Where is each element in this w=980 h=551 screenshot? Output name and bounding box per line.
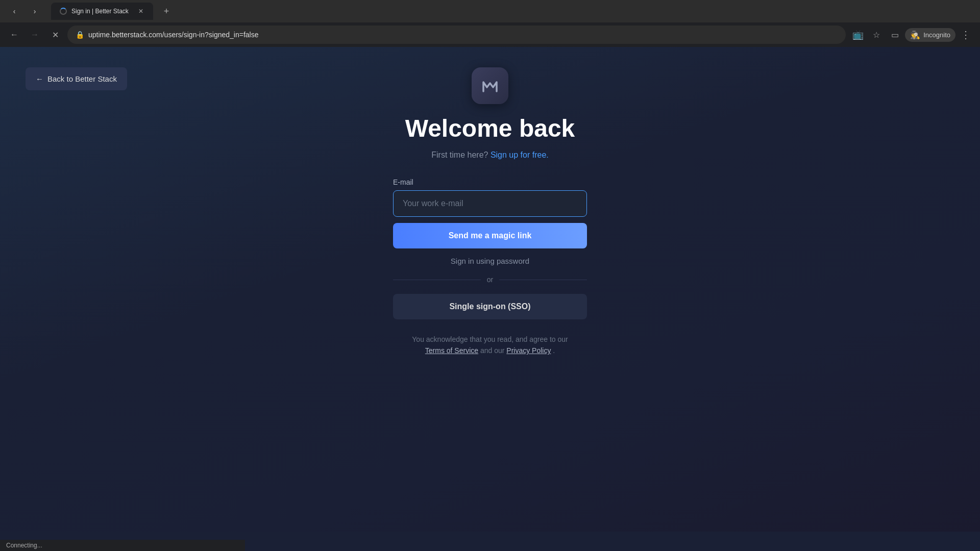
legal-prefix: You acknowledge that you read, and agree…: [412, 335, 568, 343]
sso-button[interactable]: Single sign-on (SSO): [393, 294, 587, 319]
magic-link-button[interactable]: Send me a magic link: [393, 223, 587, 248]
better-stack-logo: [479, 75, 501, 96]
logo-container: [472, 67, 508, 104]
bookmark-icon[interactable]: ☆: [868, 27, 885, 43]
tab-favicon: [59, 7, 67, 15]
status-text: Connecting...: [6, 542, 42, 549]
privacy-policy-link[interactable]: Privacy Policy: [506, 346, 551, 355]
forward-nav-button[interactable]: →: [27, 27, 43, 43]
tab-close-button[interactable]: ✕: [137, 7, 145, 15]
active-tab[interactable]: Sign in | Better Stack ✕: [51, 3, 153, 20]
reload-button[interactable]: ✕: [47, 27, 63, 43]
browser-titlebar: ‹ › Sign in | Better Stack ✕ +: [0, 0, 980, 22]
divider-text: or: [487, 276, 493, 284]
legal-suffix: .: [553, 346, 555, 355]
page-content: ← Back to Better Stack Welcome back Firs…: [0, 47, 980, 532]
url-input[interactable]: [88, 31, 838, 39]
password-signin-link[interactable]: Sign in using password: [451, 257, 529, 265]
browser-chrome: ‹ › Sign in | Better Stack ✕ + ← → ✕ 🔒 📺…: [0, 0, 980, 47]
incognito-badge: 🕵 Incognito: [905, 28, 955, 42]
subtitle-text: First time here?: [431, 151, 488, 159]
email-input[interactable]: [393, 190, 587, 217]
divider-line-left: [393, 280, 481, 280]
lock-icon: 🔒: [76, 31, 84, 39]
terms-of-service-link[interactable]: Terms of Service: [425, 346, 478, 355]
back-nav-button[interactable]: ←: [6, 27, 22, 43]
browser-toolbar: ← → ✕ 🔒 📺 ☆ ▭ 🕵 Incognito ⋮: [0, 22, 980, 47]
signup-link[interactable]: Sign up for free.: [491, 151, 549, 159]
tab-title: Sign in | Better Stack: [71, 8, 133, 15]
back-arrow-icon: ←: [36, 74, 43, 83]
toolbar-actions: 📺 ☆ ▭ 🕵 Incognito ⋮: [850, 27, 974, 43]
tab-back-btn[interactable]: ‹: [6, 3, 22, 19]
back-to-better-stack-button[interactable]: ← Back to Better Stack: [26, 67, 127, 90]
legal-text: You acknowledge that you read, and agree…: [412, 334, 568, 357]
menu-button[interactable]: ⋮: [958, 27, 974, 43]
legal-and: and our: [480, 346, 504, 355]
cast-icon[interactable]: 📺: [850, 27, 866, 43]
address-bar[interactable]: 🔒: [67, 26, 846, 44]
tab-forward-btn[interactable]: ›: [27, 3, 43, 19]
back-button-label: Back to Better Stack: [47, 74, 117, 83]
form-container: Welcome back First time here? Sign up fo…: [0, 114, 980, 357]
divider-line-right: [499, 280, 587, 280]
sidebar-icon[interactable]: ▭: [887, 27, 903, 43]
divider: or: [393, 276, 587, 284]
subtitle: First time here? Sign up for free.: [431, 151, 548, 160]
status-bar: Connecting...: [0, 540, 245, 551]
welcome-title: Welcome back: [405, 114, 575, 142]
email-label: E-mail: [393, 178, 587, 186]
email-form-group: E-mail: [393, 178, 587, 217]
new-tab-button[interactable]: +: [159, 4, 174, 18]
incognito-label: Incognito: [923, 31, 950, 39]
incognito-icon: 🕵: [910, 30, 920, 40]
